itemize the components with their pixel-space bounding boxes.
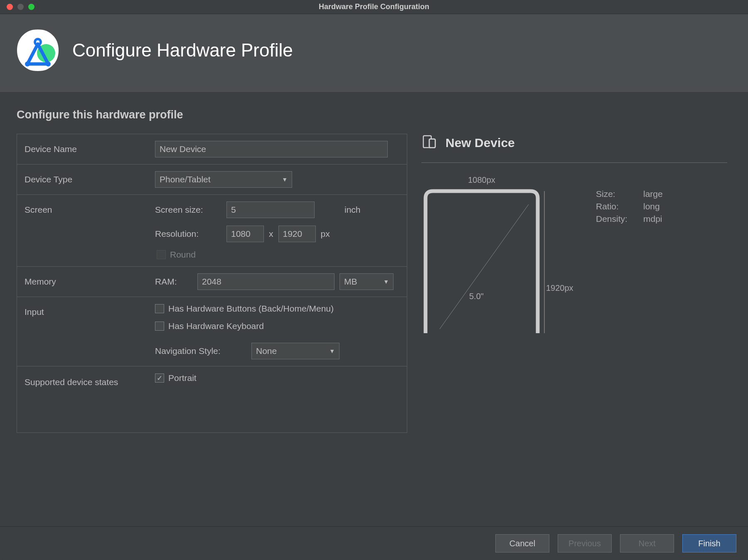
supported-states-label: Supported device states [25, 373, 155, 388]
input-label: Input [25, 304, 155, 359]
dialog-title: Configure Hardware Profile [72, 40, 293, 61]
round-label: Round [170, 250, 196, 260]
device-type-value: Phone/Tablet [160, 174, 211, 184]
resolution-unit: px [321, 229, 330, 239]
subtitle: Configure this hardware profile [17, 108, 731, 121]
finish-button[interactable]: Finish [682, 534, 736, 553]
svg-point-3 [46, 61, 51, 66]
chevron-down-icon: ▼ [282, 176, 288, 183]
ram-input[interactable] [197, 273, 335, 290]
spec-ratio-value: long [643, 201, 660, 211]
checkbox-icon [155, 304, 164, 313]
devices-icon [421, 134, 437, 152]
resolution-separator: x [269, 229, 273, 239]
device-name-label: Device Name [25, 141, 155, 157]
titlebar: Hardware Profile Configuration [0, 0, 748, 14]
device-outline-icon [421, 188, 563, 337]
portrait-checkbox[interactable]: ✓ Portrait [155, 373, 399, 383]
screen-size-label: Screen size: [155, 205, 221, 215]
resolution-height-input[interactable] [278, 226, 316, 242]
nav-style-label: Navigation Style: [155, 346, 246, 356]
window-maximize-button[interactable] [28, 4, 34, 10]
chevron-down-icon: ▼ [383, 278, 389, 285]
spec-size-key: Size: [596, 189, 637, 199]
window-close-button[interactable] [7, 4, 13, 10]
resolution-width-input[interactable] [226, 226, 264, 242]
form-panel: Device Name Device Type Phone/Tablet ▼ [17, 134, 407, 433]
previous-button[interactable]: Previous [558, 534, 612, 553]
device-type-select[interactable]: Phone/Tablet ▼ [155, 171, 292, 188]
preview-specs: Size: large Ratio: long Density: mdpi [596, 188, 663, 225]
next-button[interactable]: Next [620, 534, 674, 553]
dialog-footer: Cancel Previous Next Finish [0, 526, 748, 560]
window-minimize-button[interactable] [17, 4, 24, 10]
hw-buttons-label: Has Hardware Buttons (Back/Home/Menu) [168, 304, 334, 314]
hw-buttons-checkbox[interactable]: Has Hardware Buttons (Back/Home/Menu) [155, 304, 399, 314]
round-checkbox: Round [157, 250, 196, 260]
hw-keyboard-label: Has Hardware Keyboard [168, 321, 264, 331]
device-type-label: Device Type [25, 171, 155, 188]
svg-rect-5 [429, 139, 435, 148]
svg-point-2 [25, 61, 30, 66]
preview-diagonal-label: 5.0" [469, 292, 484, 301]
device-name-input[interactable] [155, 141, 388, 157]
preview-height-label: 1920px [546, 283, 573, 293]
android-studio-logo-icon [15, 27, 61, 73]
checkbox-icon [157, 250, 166, 259]
chevron-down-icon: ▼ [329, 348, 335, 354]
spec-density-key: Density: [596, 214, 637, 224]
ram-unit-value: MB [344, 277, 357, 287]
portrait-label: Portrait [168, 373, 197, 383]
ram-unit-select[interactable]: MB ▼ [340, 273, 394, 290]
nav-style-value: None [256, 346, 277, 356]
dialog-header: Configure Hardware Profile [0, 14, 748, 92]
checkbox-icon [155, 322, 164, 331]
checkbox-checked-icon: ✓ [155, 373, 164, 383]
hw-keyboard-checkbox[interactable]: Has Hardware Keyboard [155, 321, 399, 331]
preview-device-name: New Device [445, 136, 515, 150]
device-preview: New Device 1080px 1920px 5.0" [417, 134, 731, 526]
nav-style-select[interactable]: None ▼ [251, 343, 340, 359]
screen-size-unit: inch [344, 205, 361, 215]
preview-width-label: 1080px [421, 175, 542, 185]
spec-size-value: large [643, 189, 663, 199]
screen-label: Screen [25, 201, 155, 260]
window-title: Hardware Profile Configuration [319, 2, 429, 11]
screen-size-input[interactable] [226, 201, 315, 218]
spec-ratio-key: Ratio: [596, 201, 637, 211]
ram-label: RAM: [155, 277, 192, 287]
cancel-button[interactable]: Cancel [495, 534, 549, 553]
svg-line-8 [440, 204, 529, 329]
memory-label: Memory [25, 273, 155, 290]
resolution-label: Resolution: [155, 229, 221, 239]
spec-density-value: mdpi [643, 214, 662, 224]
hardware-profile-dialog: Hardware Profile Configuration Configure… [0, 0, 748, 560]
